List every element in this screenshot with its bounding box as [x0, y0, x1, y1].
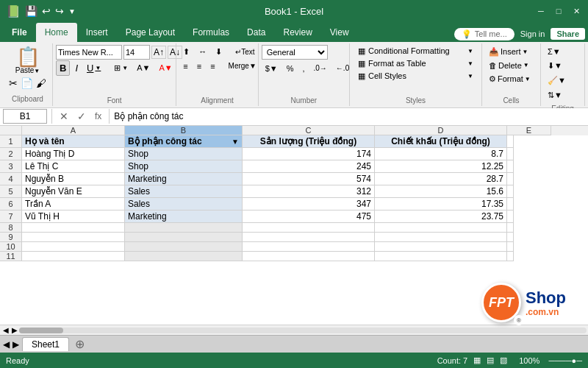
cell-b6[interactable]: Sales: [125, 198, 243, 210]
cell-b10[interactable]: [125, 242, 243, 252]
cell-b4[interactable]: Marketing: [125, 173, 243, 185]
scroll-right-button[interactable]: ▶: [10, 326, 19, 334]
add-sheet-button[interactable]: ⊕: [69, 336, 90, 353]
format-as-table-button[interactable]: ▦ Format as Table ▼: [354, 57, 477, 70]
page-layout-view-button[interactable]: ▤: [487, 355, 494, 365]
cell-b11[interactable]: [125, 252, 243, 261]
close-button[interactable]: ✕: [570, 5, 582, 17]
cell-styles-button[interactable]: ▦ Cell Styles ▼: [354, 70, 477, 82]
cell-reference-box[interactable]: [3, 109, 47, 124]
insert-button[interactable]: 📥Insert▼: [485, 45, 537, 59]
autosum-button[interactable]: Σ▼: [544, 45, 581, 58]
cell-e1[interactable]: [507, 135, 514, 148]
cell-e2[interactable]: [507, 148, 514, 160]
cell-c5[interactable]: 312: [243, 185, 375, 198]
col-header-e[interactable]: E: [507, 126, 551, 135]
cell-d9[interactable]: [375, 233, 507, 242]
tab-home[interactable]: Home: [36, 23, 77, 42]
cell-b2[interactable]: Shop: [125, 148, 243, 160]
conditional-formatting-button[interactable]: ▦ Conditional Formatting ▼: [354, 45, 477, 57]
cell-b9[interactable]: [125, 233, 243, 242]
cell-b3[interactable]: Shop: [125, 160, 243, 173]
cell-a9[interactable]: [22, 233, 125, 242]
sheet-tab-sheet1[interactable]: Sheet1: [22, 337, 69, 351]
insert-function-button[interactable]: fx: [92, 111, 104, 121]
tab-file[interactable]: File: [3, 23, 36, 42]
cell-a1[interactable]: Họ và tên: [22, 135, 125, 148]
cell-a11[interactable]: [22, 252, 125, 261]
cell-d1[interactable]: Chiết khấu (Triệu đồng): [375, 135, 507, 148]
cell-c2[interactable]: 174: [243, 148, 375, 160]
align-top-button[interactable]: ⬆: [179, 45, 193, 59]
cell-d11[interactable]: [375, 252, 507, 261]
tab-formulas[interactable]: Formulas: [184, 23, 238, 42]
scroll-thumb[interactable]: [19, 328, 63, 333]
cell-e5[interactable]: [507, 185, 514, 198]
tab-data[interactable]: Data: [238, 23, 274, 42]
fill-button[interactable]: ⬇▼: [544, 59, 581, 73]
cell-c3[interactable]: 245: [243, 160, 375, 173]
cell-c7[interactable]: 475: [243, 210, 375, 223]
cell-c4[interactable]: 574: [243, 173, 375, 185]
scroll-track[interactable]: [19, 328, 587, 333]
cell-d3[interactable]: 12.25: [375, 160, 507, 173]
paste-button[interactable]: 📋 Paste▼: [15, 46, 41, 76]
copy-icon[interactable]: 📄: [21, 77, 33, 89]
cell-d6[interactable]: 17.35: [375, 198, 507, 210]
col-header-b[interactable]: B: [125, 126, 243, 135]
cell-b7[interactable]: Marketing: [125, 210, 243, 223]
cell-c10[interactable]: [243, 242, 375, 252]
cell-c8[interactable]: [243, 223, 375, 233]
cell-e9[interactable]: [507, 233, 514, 242]
redo-icon[interactable]: ↪: [55, 5, 64, 17]
clear-button[interactable]: 🧹▼: [544, 74, 581, 88]
tab-view[interactable]: View: [321, 23, 358, 42]
cell-d2[interactable]: 8.7: [375, 148, 507, 160]
cell-a6[interactable]: Trần A: [22, 198, 125, 210]
cell-e8[interactable]: [507, 223, 514, 233]
minimize-button[interactable]: ─: [535, 5, 547, 17]
merge-button[interactable]: Merge▼: [225, 60, 260, 72]
normal-view-button[interactable]: ▦: [473, 355, 481, 365]
cell-a4[interactable]: Nguyễn B: [22, 173, 125, 185]
cell-a3[interactable]: Lê Thị C: [22, 160, 125, 173]
cell-a2[interactable]: Hoàng Thị D: [22, 148, 125, 160]
cell-b8[interactable]: [125, 223, 243, 233]
font-name-input[interactable]: [56, 45, 122, 60]
number-format-select[interactable]: General: [262, 45, 328, 60]
comma-button[interactable]: ,: [298, 62, 308, 75]
align-bottom-button[interactable]: ⬇: [212, 45, 226, 59]
percent-button[interactable]: %: [283, 62, 298, 75]
cell-b1[interactable]: Bộ phận công tác ▼: [125, 135, 243, 148]
formula-input[interactable]: Bộ phận công tác: [114, 111, 585, 121]
border-button[interactable]: ⊞▼: [110, 61, 132, 75]
page-break-view-button[interactable]: ▧: [500, 355, 507, 365]
cell-e3[interactable]: [507, 160, 514, 173]
cell-a7[interactable]: Vũ Thị H: [22, 210, 125, 223]
align-middle-button[interactable]: ↔: [195, 45, 210, 58]
cell-e6[interactable]: [507, 198, 514, 210]
format-painter-icon[interactable]: 🖌: [36, 77, 46, 89]
horizontal-scrollbar[interactable]: ◀ ▶: [0, 325, 588, 335]
cell-c11[interactable]: [243, 252, 375, 261]
wrap-text-button[interactable]: ↵Text: [232, 46, 258, 58]
col-header-c[interactable]: C: [243, 126, 375, 135]
cell-d4[interactable]: 28.7: [375, 173, 507, 185]
tell-me-input[interactable]: 💡 Tell me...: [454, 28, 514, 40]
save-icon[interactable]: 💾: [25, 5, 37, 17]
fill-color-button[interactable]: A▼: [133, 61, 154, 74]
cell-e10[interactable]: [507, 242, 514, 252]
prev-sheet-button[interactable]: ◀: [3, 339, 10, 350]
cell-e4[interactable]: [507, 173, 514, 185]
maximize-button[interactable]: □: [553, 5, 564, 17]
cell-a10[interactable]: [22, 242, 125, 252]
cell-c9[interactable]: [243, 233, 375, 242]
cell-e7[interactable]: [507, 210, 514, 223]
cell-a5[interactable]: Nguyễn Văn E: [22, 185, 125, 198]
col-header-d[interactable]: D: [375, 126, 507, 135]
align-left-button[interactable]: ≡: [179, 60, 191, 73]
increase-font-icon[interactable]: A↑: [151, 46, 166, 59]
cancel-formula-button[interactable]: ✕: [57, 110, 71, 122]
cell-e11[interactable]: [507, 252, 514, 261]
scroll-left-button[interactable]: ◀: [1, 326, 10, 334]
